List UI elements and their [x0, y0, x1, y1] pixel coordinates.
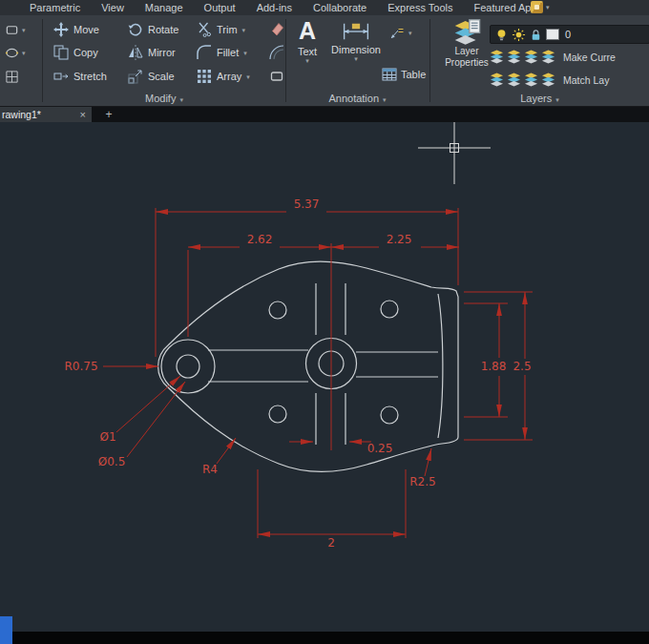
chevron-down-icon: ▾	[246, 73, 250, 80]
new-tab-button[interactable]: +	[101, 108, 116, 121]
rotate-button[interactable]: Rotate	[120, 19, 189, 40]
bolt-hole	[269, 405, 286, 423]
annotation-panel: A Text ▾ Dimension ▾ ▾ Table Annotation▾	[286, 15, 429, 107]
dimension-button[interactable]: Dimension ▾	[326, 21, 386, 62]
chevron-down-icon: ▾	[242, 27, 246, 33]
drawing-tab-label: rawing1*	[2, 109, 41, 120]
mirror-label: Mirror	[148, 47, 176, 58]
annotation-panel-title: Annotation	[328, 93, 379, 104]
hatch-tool-button[interactable]	[5, 70, 19, 84]
erase-button[interactable]	[262, 19, 284, 40]
layer-properties-icon	[452, 17, 481, 46]
part-geometry[interactable]	[158, 261, 458, 471]
text-button[interactable]: A Text ▾	[290, 17, 324, 64]
part-outline	[158, 261, 458, 471]
chevron-down-icon: ▾	[408, 30, 412, 36]
drawing-canvas[interactable]: 5.37 2.62 2.25 R0.75 Ø1 Ø0.5 R4 0.25 R2.…	[0, 122, 649, 632]
layer-properties-label-2: Properties	[445, 57, 489, 69]
stretch-label: Stretch	[73, 71, 107, 82]
stretch-button[interactable]: Stretch	[46, 66, 120, 87]
layers-panel-label[interactable]: Layers▾	[430, 91, 649, 107]
modify-panel: Move Rotate Trim ▾ Copy Mirror	[44, 15, 284, 107]
dimension-annotations[interactable]	[103, 208, 533, 538]
rotate-icon	[128, 22, 143, 37]
mirror-button[interactable]: Mirror	[120, 42, 189, 63]
scale-label: Scale	[148, 71, 175, 82]
array-button[interactable]: Array ▾	[189, 66, 262, 87]
modify-panel-label[interactable]: Modify▾	[44, 91, 284, 107]
rectangle-tool-button[interactable]: ▾	[5, 23, 26, 37]
dim-right-height: 2.5	[513, 360, 531, 373]
chevron-down-icon: ▾	[546, 4, 550, 10]
crosshair-cursor	[418, 122, 491, 184]
text-label: Text	[298, 46, 317, 57]
layers-panel: Layer Properties 0 Make Curre Match Lay …	[430, 15, 649, 107]
menu-item-express-tools[interactable]: Express Tools	[377, 2, 463, 13]
menu-item-output[interactable]: Output	[194, 2, 246, 13]
dim-slot-offset: 0.25	[367, 442, 393, 455]
menu-item-view[interactable]: View	[91, 2, 135, 13]
scale-button[interactable]: Scale	[120, 66, 189, 87]
close-tab-icon[interactable]: ×	[80, 109, 86, 120]
menu-item-manage[interactable]: Manage	[135, 2, 194, 13]
chevron-down-icon: ▾	[243, 50, 247, 56]
move-button[interactable]: Move	[46, 19, 120, 40]
layer-stack-icon	[507, 50, 521, 64]
menu-item-parametric[interactable]: Parametric	[19, 2, 91, 13]
menu-item-addins[interactable]: Add-ins	[246, 2, 303, 13]
grid-icon	[5, 70, 19, 84]
dimension-label: Dimension	[331, 44, 381, 55]
dim-hole-diameter: Ø1	[99, 430, 115, 444]
layer-on-bulb-icon	[494, 28, 509, 42]
table-label: Table	[401, 69, 426, 80]
table-button[interactable]: Table	[382, 67, 426, 82]
explode-button[interactable]	[262, 66, 284, 87]
move-label: Move	[73, 24, 99, 35]
fillet-button[interactable]: Fillet ▾	[189, 42, 262, 63]
stretch-icon	[53, 69, 69, 84]
ribbon: ▾ ▾ Move Rotate Trim ▾	[0, 15, 649, 107]
layer-properties-button[interactable]: Layer Properties	[444, 17, 490, 92]
drawing-tab[interactable]: rawing1* ×	[0, 107, 92, 122]
trim-icon	[197, 22, 212, 37]
rotate-label: Rotate	[148, 24, 178, 35]
layer-select-dropdown[interactable]: 0	[490, 25, 649, 44]
layers-panel-title: Layers	[520, 93, 552, 104]
leader-button[interactable]: ▾	[389, 25, 412, 40]
layer-stack-icon	[490, 50, 504, 64]
trim-label: Trim	[217, 24, 238, 35]
annotation-panel-label[interactable]: Annotation▾	[286, 91, 429, 107]
dim-hole-spacing: 1.88	[481, 360, 507, 373]
layer-stack-icon	[524, 50, 538, 64]
dim-fillet-radius: R4	[202, 463, 218, 476]
app-badge-button[interactable]: ▾	[531, 1, 550, 13]
dim-small-hole-diameter: Ø0.5	[98, 455, 126, 468]
left-hub-inner-circle	[177, 355, 199, 378]
array-label: Array	[217, 71, 241, 82]
layer-color-swatch	[546, 29, 559, 40]
layer-stack-icon	[524, 73, 538, 87]
copy-button[interactable]: Copy	[46, 42, 120, 63]
dim-bottom-span: 2	[327, 536, 335, 550]
chevron-down-icon: ▾	[22, 50, 26, 56]
menu-item-collaborate[interactable]: Collaborate	[303, 2, 377, 13]
bolt-hole	[381, 406, 398, 424]
bottom-bar	[0, 632, 649, 644]
text-tool-icon: A	[299, 17, 316, 44]
leader-icon	[389, 25, 405, 40]
dim-right-span: 2.25	[387, 233, 412, 246]
match-layer-button[interactable]: Match Lay	[490, 73, 609, 87]
dim-left-span: 2.62	[247, 233, 273, 246]
chamfer-button[interactable]	[262, 42, 284, 63]
explode-icon	[269, 69, 284, 84]
ellipse-tool-button[interactable]: ▾	[5, 46, 26, 60]
taskbar-peek[interactable]	[0, 616, 12, 644]
fillet-icon	[197, 45, 212, 60]
chevron-down-icon: ▾	[22, 27, 26, 33]
make-current-button[interactable]: Make Curre	[490, 50, 616, 64]
layer-stack-icon	[507, 73, 521, 87]
trim-button[interactable]: Trim ▾	[189, 19, 262, 40]
app-badge-icon	[531, 1, 543, 13]
array-icon	[197, 69, 212, 84]
fillet-label: Fillet	[217, 47, 239, 58]
